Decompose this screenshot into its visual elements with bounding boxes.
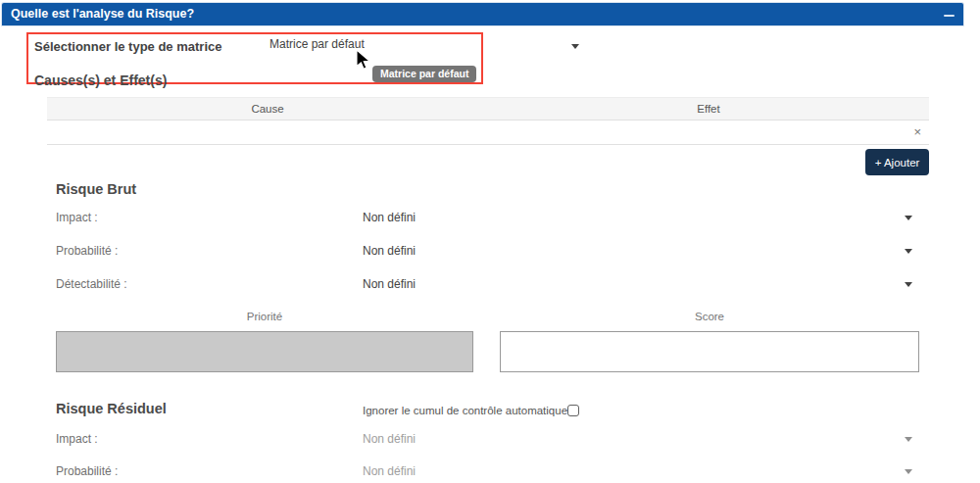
field-row-probabilite-brut: Probabilité : Non défini <box>56 241 912 261</box>
close-icon[interactable]: × <box>913 123 921 141</box>
priorite-label: Priorité <box>56 311 473 322</box>
table-header-cause: Cause <box>47 98 488 120</box>
matrix-type-select[interactable]: Matrice par défaut <box>270 35 593 57</box>
chevron-down-icon <box>905 282 912 287</box>
chevron-down-icon <box>905 216 912 220</box>
chevron-down-icon <box>905 249 912 254</box>
dialog-titlebar: Quelle est l'analyse du Risque? <box>2 3 963 25</box>
impact-brut-value: Non défini <box>363 211 416 224</box>
minimize-icon <box>944 15 955 17</box>
priorite-input[interactable] <box>56 331 473 372</box>
add-button[interactable]: + Ajouter <box>865 149 929 175</box>
risque-brut-heading: Risque Brut <box>56 181 136 197</box>
impact-brut-label: Impact : <box>56 211 98 224</box>
field-row-impact-residuel: Impact : Non défini <box>56 429 912 449</box>
minimize-button[interactable] <box>940 7 957 23</box>
tooltip: Matrice par défaut <box>372 66 476 82</box>
dialog-title: Quelle est l'analyse du Risque? <box>11 3 194 25</box>
detectabilite-brut-value: Non défini <box>363 277 416 291</box>
matrix-type-label: Sélectionner le type de matrice <box>34 39 221 54</box>
ignore-auto-cumul-checkbox[interactable] <box>567 405 579 416</box>
probabilite-brut-value: Non défini <box>363 244 416 258</box>
causes-effects-table: Cause Effet × <box>47 97 929 145</box>
field-row-probabilite-residuel: Probabilité : Non défini <box>56 461 912 481</box>
detectabilite-brut-label: Détectabilité : <box>56 277 127 291</box>
impact-residuel-value: Non défini <box>363 432 416 446</box>
score-input[interactable] <box>500 331 919 372</box>
table-row: × <box>47 121 929 145</box>
probabilite-residuel-value: Non défini <box>363 464 416 478</box>
ignore-auto-cumul-label: Ignorer le cumul de contrôle automatique <box>363 405 567 416</box>
impact-residuel-select[interactable]: Non défini <box>363 429 912 449</box>
probabilite-brut-select[interactable]: Non défini <box>363 241 912 261</box>
table-header-row: Cause Effet <box>47 97 929 121</box>
chevron-down-icon <box>905 437 912 442</box>
causes-effects-heading: Causes(s) et Effet(s) <box>34 72 167 88</box>
impact-brut-select[interactable]: Non défini <box>363 208 912 227</box>
table-header-effet: Effet <box>488 98 929 120</box>
risque-residuel-heading: Risque Résiduel <box>56 401 167 416</box>
probabilite-brut-label: Probabilité : <box>56 244 118 258</box>
chevron-down-icon <box>905 469 912 474</box>
field-row-impact-brut: Impact : Non défini <box>56 208 912 227</box>
field-row-detectabilite-brut: Détectabilité : Non défini <box>56 274 912 294</box>
impact-residuel-label: Impact : <box>56 432 98 446</box>
probabilite-residuel-select[interactable]: Non défini <box>363 461 912 481</box>
chevron-down-icon <box>571 44 579 49</box>
detectabilite-brut-select[interactable]: Non défini <box>363 274 912 294</box>
risk-analysis-dialog: Quelle est l'analyse du Risque? Sélectio… <box>0 0 980 483</box>
mouse-cursor-icon <box>355 49 371 71</box>
score-label: Score <box>500 311 919 322</box>
matrix-type-value: Matrice par défaut <box>270 37 365 51</box>
probabilite-residuel-label: Probabilité : <box>56 464 118 478</box>
